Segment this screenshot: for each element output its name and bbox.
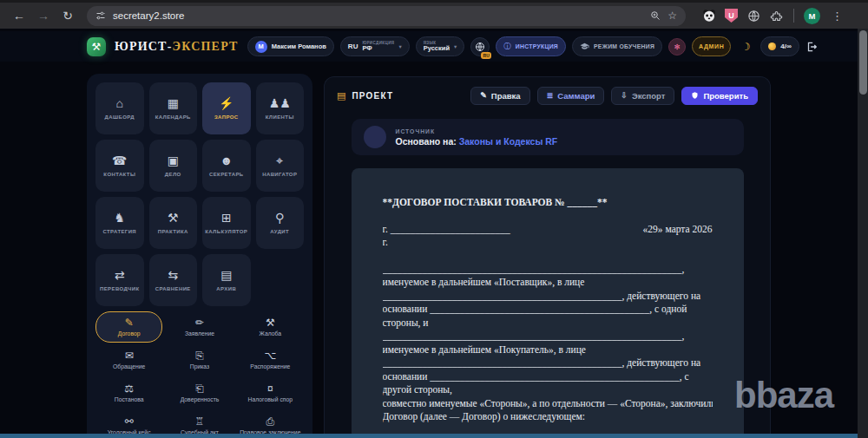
legal-opinion-icon: ⎙ [266,416,275,427]
tool-label: КОНТАКТЫ [103,172,135,177]
document-line: именуемое в дальнейшем «Покупатель», в л… [383,343,713,357]
strategy-icon: ♞ [114,212,125,224]
tokens-value: 4/∞ [780,42,791,50]
doc-type-label: Обращение [113,363,145,369]
export-label: Экспорт [632,91,666,101]
zoom-icon[interactable] [650,10,661,21]
language-select[interactable]: ЯЗЫК Русский ▾ [416,36,465,56]
project-doc-icon: ▤ [337,90,345,101]
sidebar-tool-calendar[interactable]: ▦КАЛЕНДАРЬ [149,82,198,134]
extensions-puzzle-icon[interactable] [769,9,784,23]
admin-badge[interactable]: АДМИН [692,36,731,56]
archive-icon: ▤ [220,269,232,281]
header-controls: M Максим Романов RU ЮРИСДИКЦИЯ РФ ▾ ЯЗЫК… [247,36,821,56]
browser-profile-avatar[interactable]: M [804,8,820,24]
sidebar-tool-audit[interactable]: ⚲АУДИТ [256,197,305,249]
tool-label: ПЕРЕВОДЧИК [100,286,139,291]
sidebar-tool-request[interactable]: ⚡ЗАПРОС [202,82,251,134]
site-info-icon[interactable] [95,10,106,21]
tokens-counter[interactable]: 4/∞ [760,36,799,56]
document-preview[interactable]: **ДОГОВОР ПОСТАВКИ ТОВАРОВ № ______**г. … [352,168,744,438]
calendar-icon: ▦ [168,97,179,109]
document-line-right: «29» марта 2026 [643,223,713,237]
check-label: Проверить [703,91,748,101]
doc-type-label: Постанова [115,396,144,402]
sidebar-tool-case[interactable]: ▣ДЕЛО [149,140,198,192]
doc-type-application[interactable]: ✏Заявление [166,311,233,343]
export-button[interactable]: ⇩ Экспорт [611,87,674,105]
doc-type-complaint[interactable]: ⚒Жалоба [237,311,304,343]
globe-button[interactable]: RU [470,37,490,56]
case-icon: ▣ [168,154,179,167]
tool-label: ПРАКТИКА [158,229,188,234]
summary-button[interactable]: ≣ Саммари [537,87,605,105]
language-value: Русский [424,45,450,53]
jurisdiction-select[interactable]: RU ЮРИСДИКЦИЯ РФ ▾ [340,36,410,56]
instruction-button[interactable]: ⓘ ИНСТРУКЦИЯ [496,36,566,56]
source-link[interactable]: Законы и Кодексы RF [459,136,558,147]
check-button[interactable]: Проверить [681,87,758,105]
brand-gold: ЭКСПЕРТ [173,40,239,53]
theme-moon-icon[interactable]: ☾ [737,38,754,56]
project-content: ИСТОЧНИК Основано на: Законы и Кодексы R… [352,119,744,438]
doc-type-resolution[interactable]: ⚖Постанова [95,377,162,409]
forward-icon[interactable]: → [33,9,54,23]
comparison-icon: ⇆ [168,269,178,281]
doc-type-appeal[interactable]: ✉Обращение [95,344,162,376]
document-line: Договор (далее — Договор) о нижеследующе… [383,410,713,424]
document-line: ________________________________________… [383,263,713,277]
complaint-icon: ⚒ [266,317,275,328]
bookmark-star-icon[interactable]: ☆ [667,10,677,22]
bottom-strip [0,434,858,438]
edit-button[interactable]: ✎ Правка [470,87,529,105]
sidebar-tool-dashboard[interactable]: ⌂ДАШБОРД [95,82,144,134]
scrollbar-thumb[interactable] [859,30,867,95]
reload-icon[interactable]: ↻ [57,9,78,23]
sidebar-tool-secretary[interactable]: ☻СЕКРЕТАРЬ [202,140,251,192]
doc-type-order[interactable]: ⎘Приказ [166,344,233,376]
chevron-down-icon: ▾ [398,43,401,50]
document-line: г. [383,236,713,250]
doc-type-contract[interactable]: ✎Договор [95,311,162,343]
power-of-attorney-icon: ⎗ [195,383,204,394]
summary-label: Саммари [557,91,595,101]
appeal-icon: ✉ [125,350,134,361]
summary-list-icon: ≣ [547,91,554,100]
audit-icon: ⚲ [275,212,284,224]
coin-icon [768,42,776,50]
panda-extension-icon[interactable] [701,9,716,23]
url-text[interactable]: secretary2.store [113,10,643,21]
sidebar-tool-calculator[interactable]: ⊞КАЛЬКУЛЯТОР [202,197,251,249]
secretary-icon: ☻ [220,154,233,167]
watermark: bbaza [734,375,833,416]
sidebar-tool-clients[interactable]: ♟♟КЛИЕНТЫ [256,82,305,134]
notification-flower-icon[interactable]: ✻ [668,38,686,56]
sidebar-tool-archive[interactable]: ▤АРХИВ [202,254,251,306]
tools-grid: ⌂ДАШБОРД▦КАЛЕНДАРЬ⚡ЗАПРОС♟♟КЛИЕНТЫ☎КОНТА… [95,82,304,306]
address-bar[interactable]: secretary2.store ☆ [87,6,686,26]
sidebar-tool-contacts[interactable]: ☎КОНТАКТЫ [95,140,144,192]
tool-label: СРАВНЕНИЕ [155,286,191,291]
sidebar-tool-practice[interactable]: ⚒ПРАКТИКА [149,197,198,249]
sidebar: ⌂ДАШБОРД▦КАЛЕНДАРЬ⚡ЗАПРОС♟♟КЛИЕНТЫ☎КОНТА… [87,74,312,438]
globe-extension-icon[interactable] [746,9,761,23]
export-download-icon: ⇩ [621,91,628,100]
sidebar-tool-comparison[interactable]: ⇆СРАВНЕНИЕ [149,254,198,306]
user-pill[interactable]: M Максим Романов [247,36,334,56]
app-logo-gavel-icon[interactable]: ⚒ [87,37,106,56]
training-mode-button[interactable]: РЕЖИМ ОБУЧЕНИЯ [572,36,662,56]
logout-icon[interactable] [806,39,821,55]
sidebar-tool-strategy[interactable]: ♞СТРАТЕГИЯ [95,197,144,249]
doc-type-power-of-attorney[interactable]: ⎗Доверенность [166,377,233,409]
source-card: ИСТОЧНИК Основано на: Законы и Кодексы R… [352,119,744,155]
document-line: основании ______________________________… [383,303,713,317]
sidebar-tool-translator[interactable]: ⇄ПЕРЕВОДЧИК [95,254,144,306]
sidebar-tool-navigator[interactable]: ⌖НАВИГАТОР [256,140,305,192]
doc-type-tax-dispute[interactable]: ¤Налоговый спор [237,377,304,409]
tool-label: ЗАПРОС [214,114,239,120]
doc-type-directive[interactable]: ⌥Распоряжение [237,344,304,376]
ublock-extension-icon[interactable]: U [724,9,739,23]
back-icon[interactable]: ← [9,9,30,23]
browser-menu-icon[interactable]: ⋮ [828,10,846,23]
page-scrollbar[interactable] [858,29,868,438]
